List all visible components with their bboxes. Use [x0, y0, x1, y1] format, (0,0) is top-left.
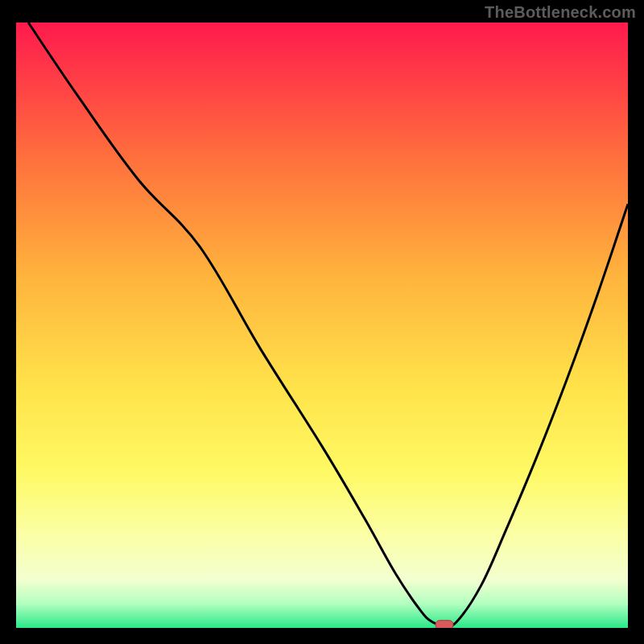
chart-background [16, 23, 628, 628]
chart-frame: TheBottleneck.com [0, 0, 644, 644]
chart-svg [16, 23, 628, 628]
plot-area [16, 23, 628, 628]
watermark-label: TheBottleneck.com [485, 3, 636, 22]
sweet-spot-marker [436, 621, 453, 628]
